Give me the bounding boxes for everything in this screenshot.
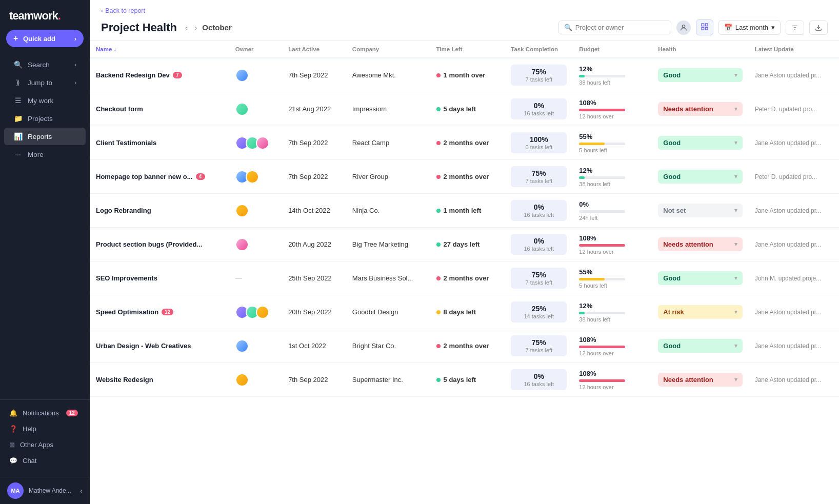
- cell-name: Backend Redesign Dev 7: [90, 58, 229, 92]
- month-label: October: [202, 23, 232, 32]
- cell-last-active: 25th Sep 2022: [282, 261, 346, 295]
- cell-name: Product section bugs (Provided...: [90, 228, 229, 261]
- sidebar-item-reports[interactable]: 📊 Reports: [4, 128, 86, 145]
- task-percentage: 100%: [516, 135, 562, 144]
- project-name-text[interactable]: Logo Rebranding: [96, 207, 151, 214]
- company-name: Ninja Co.: [352, 207, 379, 214]
- sidebar-item-chat[interactable]: 💬 Chat: [0, 453, 90, 469]
- health-label: Needs attention: [663, 105, 713, 113]
- sidebar-item-notifications[interactable]: 🔔 Notifications 12: [0, 405, 90, 421]
- help-icon: ❓: [9, 425, 17, 433]
- next-month-button[interactable]: ›: [193, 23, 199, 33]
- chevron-right-icon: ›: [75, 80, 76, 86]
- user-name: Mathew Ande...: [29, 487, 75, 494]
- collapse-sidebar-icon[interactable]: ‹: [80, 487, 83, 495]
- health-badge[interactable]: Not set ▾: [658, 204, 742, 217]
- latest-update-text: Jane Aston updated pr...: [755, 139, 821, 147]
- owner-avatar: [246, 170, 259, 184]
- col-budget[interactable]: Budget: [573, 41, 652, 58]
- export-button[interactable]: [809, 21, 828, 35]
- task-percentage: 75%: [516, 68, 562, 76]
- table-row: Logo Rebranding 14th Oct 2022 Ninja Co. …: [90, 194, 839, 228]
- cell-health: Not set ▾: [652, 194, 748, 228]
- quick-add-button[interactable]: + Quick add ›: [6, 30, 84, 47]
- owner-avatar: [235, 238, 249, 251]
- project-name-text[interactable]: Website Redesign: [96, 376, 153, 384]
- back-label: Back to report: [105, 7, 145, 14]
- health-badge[interactable]: Good ▾: [658, 339, 742, 353]
- person-filter-button[interactable]: [676, 21, 691, 35]
- cell-last-active: 20th Aug 2022: [282, 228, 346, 261]
- col-task-completion[interactable]: Task Completion: [505, 41, 573, 58]
- sidebar-item-label: Projects: [28, 115, 53, 123]
- cell-time-left: 1 month over: [430, 58, 505, 92]
- cell-time-left: 2 months over: [430, 160, 505, 194]
- sidebar-item-more[interactable]: ··· More: [4, 146, 86, 163]
- project-name: Website Redesign: [96, 376, 223, 384]
- table-row: Homepage top banner new o... 4 7th Sep 2…: [90, 160, 839, 194]
- cell-name: Website Redesign: [90, 363, 229, 397]
- project-name-text[interactable]: Product section bugs (Provided...: [96, 240, 202, 248]
- health-badge[interactable]: At risk ▾: [658, 305, 742, 319]
- project-name: Backend Redesign Dev 7: [96, 71, 223, 79]
- sidebar-item-search[interactable]: 🔍 Search ›: [4, 56, 86, 73]
- budget-percentage: 108%: [579, 99, 646, 107]
- project-name-text[interactable]: Homepage top banner new o...: [96, 173, 193, 180]
- sidebar-item-my-work[interactable]: ☰ My work: [4, 92, 86, 109]
- health-badge[interactable]: Needs attention ▾: [658, 237, 742, 251]
- time-left: 5 days left: [436, 376, 499, 384]
- budget-sub: 38 hours left: [579, 79, 646, 86]
- project-name-text[interactable]: Speed Optimisation: [96, 308, 158, 316]
- col-last-active[interactable]: Last Active: [282, 41, 346, 58]
- cell-name: Logo Rebranding: [90, 194, 229, 228]
- budget-info: 55% 5 hours left: [579, 268, 646, 289]
- cell-last-active: 14th Oct 2022: [282, 194, 346, 228]
- project-name: Homepage top banner new o... 4: [96, 173, 223, 180]
- search-box[interactable]: 🔍: [558, 21, 671, 34]
- sidebar-item-projects[interactable]: 📁 Projects: [4, 110, 86, 127]
- sidebar-item-jump-to[interactable]: ⟫ Jump to ›: [4, 74, 86, 91]
- sidebar-item-help[interactable]: ❓ Help: [0, 421, 90, 437]
- user-profile-row[interactable]: MA Mathew Ande... ‹: [0, 477, 90, 504]
- cell-task-completion: 0% 16 tasks left: [505, 363, 573, 397]
- cell-task-completion: 25% 14 tasks left: [505, 295, 573, 329]
- svg-rect-4: [705, 27, 708, 30]
- active-view-button[interactable]: [696, 19, 713, 35]
- col-time-left[interactable]: Time Left: [430, 41, 505, 58]
- health-badge[interactable]: Good ▾: [658, 271, 742, 285]
- sidebar-item-label: Jump to: [28, 79, 52, 87]
- cell-last-active: 21st Aug 2022: [282, 92, 346, 126]
- project-name-text[interactable]: Backend Redesign Dev: [96, 71, 170, 79]
- health-badge[interactable]: Needs attention ▾: [658, 102, 742, 116]
- filter-button[interactable]: [786, 21, 804, 35]
- sidebar-item-other-apps[interactable]: ⊞ Other Apps: [0, 437, 90, 453]
- prev-month-button[interactable]: ‹: [183, 23, 190, 33]
- health-badge[interactable]: Good ▾: [658, 136, 742, 150]
- budget-bar-wrap: [579, 244, 625, 247]
- project-name-text[interactable]: Checkout form: [96, 105, 143, 113]
- col-company[interactable]: Company: [346, 41, 430, 58]
- cell-budget: 108% 12 hours over: [573, 329, 652, 363]
- col-latest-update[interactable]: Latest Update: [749, 41, 839, 58]
- topbar-row: Project Health ‹ › October 🔍: [101, 19, 828, 35]
- cell-latest-update: Peter D. updated pro...: [749, 160, 839, 194]
- project-name-text[interactable]: Client Testimonials: [96, 139, 156, 147]
- health-badge[interactable]: Good ▾: [658, 170, 742, 184]
- task-sub: 14 tasks left: [516, 313, 562, 319]
- owner-avatar: [235, 204, 249, 217]
- project-name-text[interactable]: SEO Improvements: [96, 274, 157, 282]
- owner-avatars: [235, 69, 276, 82]
- back-to-report-link[interactable]: ‹ Back to report: [101, 7, 828, 14]
- search-input[interactable]: [575, 24, 666, 31]
- col-name[interactable]: Name ↓: [90, 41, 229, 58]
- health-badge[interactable]: Needs attention ▾: [658, 373, 742, 387]
- cell-name: Urban Design - Web Creatives: [90, 329, 229, 363]
- budget-bar: [579, 143, 605, 145]
- col-health[interactable]: Health: [652, 41, 748, 58]
- col-owner[interactable]: Owner: [229, 41, 282, 58]
- health-badge[interactable]: Good ▾: [658, 68, 742, 82]
- cell-latest-update: Jane Aston updated pr...: [749, 228, 839, 261]
- project-name-text[interactable]: Urban Design - Web Creatives: [96, 342, 191, 350]
- last-month-filter[interactable]: 📅 Last month ▾: [718, 20, 781, 35]
- health-label: Good: [663, 342, 681, 350]
